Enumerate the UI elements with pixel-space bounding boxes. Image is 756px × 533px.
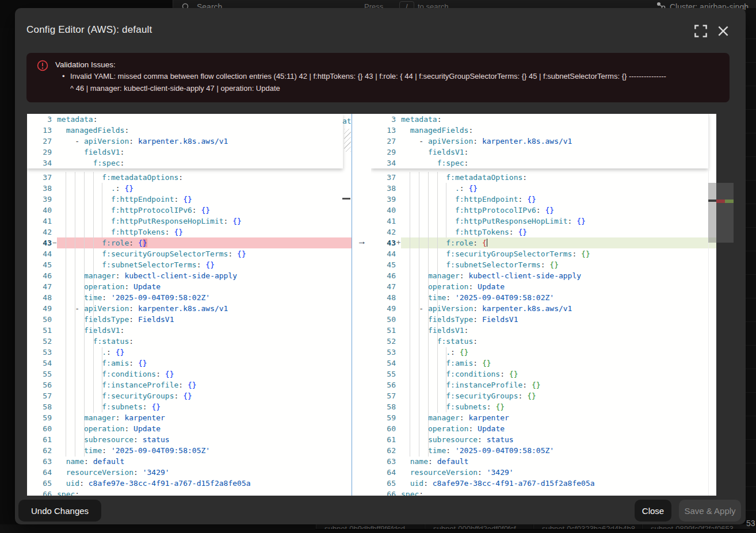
code-line[interactable]: 57 f:securityGroups: {} bbox=[27, 390, 352, 401]
code-line[interactable]: 56 f:instanceProfile: {} bbox=[27, 379, 352, 390]
code-line[interactable]: 60 operation: Update bbox=[371, 423, 716, 434]
code-line[interactable]: 47 operation: Update bbox=[27, 281, 352, 292]
code-line[interactable]: 13 managedFields: bbox=[371, 125, 708, 136]
diff-diagonal-fill bbox=[344, 129, 351, 152]
code-line[interactable]: 38 .: {} bbox=[371, 183, 716, 194]
code-line[interactable]: 61 subresource: status bbox=[27, 434, 352, 445]
code-line[interactable]: 64 resourceVersion: '3429' bbox=[371, 467, 716, 478]
row-divider bbox=[746, 321, 756, 322]
code-line[interactable]: 44 f:securityGroupSelectorTerms: {} bbox=[27, 248, 352, 259]
code-token: f:httpPutResponseHopLimit bbox=[111, 217, 224, 225]
code-line[interactable]: 40 f:httpProtocolIPv6: {} bbox=[371, 205, 716, 216]
code-line[interactable]: 34 f:spec: bbox=[27, 158, 343, 168]
code-line[interactable]: 45 f:subnetSelectorTerms: {} bbox=[371, 259, 716, 270]
code-line[interactable]: 48 time: '2025-09-04T09:58:02Z' bbox=[371, 292, 716, 303]
code-line[interactable]: 42 f:httpTokens: {} bbox=[27, 227, 352, 237]
code-line[interactable]: 63 name: default bbox=[371, 456, 716, 467]
code-line[interactable]: 37 f:metadataOptions: bbox=[371, 172, 716, 183]
yaml-diff-editor[interactable]: 37 f:metadataOptions:38 .: {}39 f:httpEn… bbox=[27, 114, 734, 496]
code-token: : bbox=[124, 126, 129, 135]
code-line[interactable]: 38 .: {} bbox=[27, 183, 352, 194]
code-line[interactable]: 65 uid: c8afe97e-38cc-4f91-a767-d15f2a8f… bbox=[371, 478, 716, 489]
row-divider bbox=[746, 345, 756, 346]
code-line[interactable]: 27 - apiVersion: karpenter.k8s.aws/v1 bbox=[371, 136, 708, 147]
code-token: : bbox=[568, 217, 577, 225]
fullscreen-icon[interactable] bbox=[694, 24, 708, 38]
code-line[interactable]: 44 f:securityGroupSelectorTerms: {} bbox=[371, 248, 716, 259]
code-line[interactable]: 56 f:instanceProfile: {} bbox=[371, 379, 716, 390]
line-number: 42 bbox=[27, 227, 52, 237]
code-line[interactable]: 49 - apiVersion: karpenter.k8s.aws/v1 bbox=[27, 303, 352, 314]
code-line[interactable]: 49 - apiVersion: karpenter.k8s.aws/v1 bbox=[371, 303, 716, 314]
code-line[interactable]: 54 f:amis: {} bbox=[27, 358, 352, 369]
code-line[interactable]: 54 f:amis: {} bbox=[371, 358, 716, 369]
code-line[interactable]: 40 f:httpProtocolIPv6: {} bbox=[27, 205, 352, 216]
code-line[interactable]: 50 fieldsType: FieldsV1 bbox=[27, 314, 352, 325]
editor-pane-original[interactable]: 37 f:metadataOptions:38 .: {}39 f:httpEn… bbox=[27, 114, 352, 496]
code-line[interactable]: 61 subresource: status bbox=[371, 434, 716, 445]
code-line[interactable]: 46 manager: kubectl-client-side-apply bbox=[371, 270, 716, 281]
validation-issues-banner: Validation Issues: • Invalid YAML: misse… bbox=[26, 53, 730, 102]
code-line[interactable]: 66spec: bbox=[371, 489, 716, 496]
code-line[interactable]: 64 resourceVersion: '3429' bbox=[27, 467, 352, 478]
code-line[interactable]: 39 f:httpEndpoint: {} bbox=[27, 194, 352, 205]
code-line[interactable]: 50 fieldsType: FieldsV1 bbox=[371, 314, 716, 325]
code-line[interactable]: 3metadata: bbox=[371, 114, 708, 125]
overview-ruler-slider[interactable] bbox=[716, 183, 734, 243]
code-token: FieldsV1 bbox=[482, 315, 518, 324]
code-line[interactable]: 55 f:conditions: {} bbox=[27, 369, 352, 379]
code-line[interactable]: 53 .: {} bbox=[27, 347, 352, 358]
code-line[interactable]: 52 f:status: bbox=[27, 336, 352, 347]
code-line[interactable]: 51 fieldsV1: bbox=[371, 325, 716, 336]
code-line[interactable]: 62 time: '2025-09-04T09:58:05Z' bbox=[27, 445, 352, 456]
code-line[interactable]: 65 uid: c8afe97e-38cc-4f91-a767-d15f2a8f… bbox=[27, 478, 352, 489]
diff-mark bbox=[52, 259, 57, 270]
code-line[interactable]: 63 name: default bbox=[27, 456, 352, 467]
code-line[interactable]: 3metadata: bbox=[27, 114, 343, 125]
code-line[interactable]: 60 operation: Update bbox=[27, 423, 352, 434]
code-token: karpenter.k8s.aws/v1 bbox=[138, 137, 228, 145]
undo-changes-button[interactable]: Undo Changes bbox=[18, 500, 101, 522]
code-line[interactable]: 39 f:httpEndpoint: {} bbox=[371, 194, 716, 205]
code-line[interactable]: 47 operation: Update bbox=[371, 281, 716, 292]
line-number: 44 bbox=[371, 248, 396, 259]
editor-pane-modified[interactable]: 37 f:metadataOptions:38 .: {}39 f:httpEn… bbox=[371, 114, 716, 496]
code-token: {} bbox=[549, 260, 559, 269]
original-code[interactable]: 37 f:metadataOptions:38 .: {}39 f:httpEn… bbox=[27, 172, 352, 496]
code-line[interactable]: 43+ f:role: { bbox=[371, 237, 716, 248]
code-line[interactable]: 45 f:subnetSelectorTerms: {} bbox=[27, 259, 352, 270]
diff-sash[interactable] bbox=[352, 114, 372, 496]
code-token: : bbox=[473, 304, 482, 313]
table-cell: subnet-0899fc0f2faf0653 bbox=[642, 524, 750, 529]
revert-change-arrow[interactable]: → bbox=[355, 235, 369, 248]
close-icon[interactable] bbox=[716, 24, 730, 38]
code-line[interactable]: 41 f:httpPutResponseHopLimit: {} bbox=[27, 216, 352, 227]
code-line[interactable]: 41 f:httpPutResponseHopLimit: {} bbox=[371, 216, 716, 227]
code-line[interactable]: 55 f:conditions: {} bbox=[371, 369, 716, 379]
code-line[interactable]: 37 f:metadataOptions: bbox=[27, 172, 352, 183]
code-line[interactable]: 58 f:subnets: {} bbox=[27, 401, 352, 412]
code-line[interactable]: 57 f:securityGroups: {} bbox=[371, 390, 716, 401]
code-line[interactable]: 29 fieldsV1: bbox=[27, 147, 343, 158]
code-line[interactable]: 58 f:subnets: {} bbox=[371, 401, 716, 412]
code-line[interactable]: 59 manager: karpenter bbox=[27, 412, 352, 423]
code-token: fieldsV1 bbox=[428, 148, 464, 156]
code-line[interactable]: 53 .: {} bbox=[371, 347, 716, 358]
code-line[interactable]: 52 f:status: bbox=[371, 336, 716, 347]
code-line[interactable]: 42 f:httpTokens: {} bbox=[371, 227, 716, 237]
code-line[interactable]: 13 managedFields: bbox=[27, 125, 343, 136]
scrollbar-slider[interactable] bbox=[708, 183, 716, 243]
code-line[interactable]: 48 time: '2025-09-04T09:58:02Z' bbox=[27, 292, 352, 303]
close-button[interactable]: Close bbox=[635, 500, 671, 522]
save-apply-button[interactable]: Save & Apply bbox=[679, 500, 741, 522]
code-line[interactable]: 29 fieldsV1: bbox=[371, 147, 708, 158]
code-line[interactable]: 66spec: bbox=[27, 489, 352, 496]
code-line[interactable]: 62 time: '2025-09-04T09:58:05Z' bbox=[371, 445, 716, 456]
modified-code[interactable]: 37 f:metadataOptions:38 .: {}39 f:httpEn… bbox=[371, 172, 716, 496]
code-line[interactable]: 46 manager: kubectl-client-side-apply bbox=[27, 270, 352, 281]
code-line[interactable]: 51 fieldsV1: bbox=[27, 325, 352, 336]
code-line[interactable]: 27 - apiVersion: karpenter.k8s.aws/v1 bbox=[27, 136, 343, 147]
code-line[interactable]: 34 f:spec: bbox=[371, 158, 708, 168]
code-line[interactable]: 59 manager: karpenter bbox=[371, 412, 716, 423]
code-line[interactable]: 43− f:role: {} bbox=[27, 237, 352, 248]
